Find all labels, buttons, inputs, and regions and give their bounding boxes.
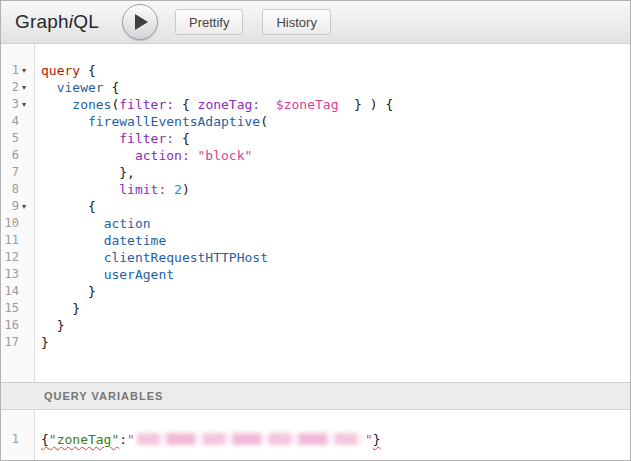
code-token: } [41, 335, 49, 350]
line-number: 1 [12, 431, 19, 448]
code-line[interactable]: datetime [35, 232, 630, 249]
code-token [41, 97, 72, 112]
code-token: { [104, 80, 120, 95]
gutter-row: 5 [1, 130, 34, 147]
code-line[interactable]: firewallEventsAdaptive( [35, 113, 630, 130]
query-code-area[interactable]: query { viewer { zones(filter: { zoneTag… [35, 44, 630, 382]
line-number: 1 [12, 62, 19, 79]
line-number: 2 [12, 79, 19, 96]
line-number: 3 [12, 96, 19, 113]
code-line[interactable]: } [35, 334, 630, 351]
graphiql-window: GraphiQL Prettify History 1▾2▾3▾456789▾1… [0, 0, 631, 461]
code-token [41, 267, 104, 282]
code-token: } [41, 301, 80, 316]
execute-button[interactable] [122, 4, 158, 40]
code-token: { [174, 97, 197, 112]
code-line[interactable]: query { [35, 62, 630, 79]
code-token [41, 148, 135, 163]
fold-arrow-icon[interactable]: ▾ [22, 80, 26, 96]
code-token: filter: [119, 97, 174, 112]
code-token: " [365, 432, 373, 447]
line-number: 17 [5, 334, 19, 351]
title-part: Graph [15, 11, 69, 32]
gutter-row: 4 [1, 113, 34, 130]
code-token: filter: [119, 131, 174, 146]
play-icon [135, 14, 148, 30]
code-token: query [41, 63, 80, 78]
history-button[interactable]: History [262, 9, 330, 35]
code-token: ) [182, 182, 190, 197]
code-line[interactable]: viewer { [35, 79, 630, 96]
code-line[interactable]: {"zoneTag":""} [35, 431, 630, 448]
code-token: firewallEventsAdaptive [88, 114, 260, 129]
code-line[interactable]: action [35, 215, 630, 232]
code-token: "block" [198, 148, 253, 163]
code-line[interactable]: clientRequestHTTPHost [35, 249, 630, 266]
code-token: clientRequestHTTPHost [104, 250, 268, 265]
fold-arrow-icon[interactable]: ▾ [22, 63, 26, 79]
code-token [41, 114, 88, 129]
code-line[interactable]: userAgent [35, 266, 630, 283]
gutter-row: 13 [1, 266, 34, 283]
code-line[interactable]: } [35, 283, 630, 300]
gutter-row: 6 [1, 147, 34, 164]
code-token: } [41, 318, 64, 333]
code-token: datetime [104, 233, 167, 248]
query-editor[interactable]: 1▾2▾3▾456789▾1011121314151617 query { vi… [1, 44, 630, 382]
code-line[interactable]: filter: { [35, 130, 630, 147]
gutter-row: 3▾ [1, 96, 34, 113]
code-line[interactable]: limit: 2) [35, 181, 630, 198]
line-number: 5 [12, 130, 19, 147]
code-token: action: [135, 148, 190, 163]
fold-arrow-icon[interactable]: ▾ [22, 97, 26, 113]
code-token [41, 182, 119, 197]
code-token: ( [260, 114, 268, 129]
code-line[interactable]: { [35, 198, 630, 215]
code-token-error: { [41, 432, 49, 447]
gutter-row: 15 [1, 300, 34, 317]
code-line[interactable]: action: "block" [35, 147, 630, 164]
gutter-row: 12 [1, 249, 34, 266]
line-number: 8 [12, 181, 19, 198]
line-number: 7 [12, 164, 19, 181]
code-token: $zoneTag [276, 97, 339, 112]
query-variables-title: QUERY VARIABLES [44, 390, 163, 402]
query-variables-header[interactable]: QUERY VARIABLES [1, 382, 630, 410]
code-line[interactable]: } [35, 317, 630, 334]
code-token: { [80, 63, 96, 78]
line-number: 9 [12, 198, 19, 215]
gutter-row: 11 [1, 232, 34, 249]
app-title: GraphiQL [15, 11, 99, 33]
prettify-button[interactable]: Prettify [175, 9, 243, 35]
line-number: 15 [5, 300, 19, 317]
variables-code-area[interactable]: {"zoneTag":""} [35, 410, 630, 460]
code-token: { [174, 131, 190, 146]
code-token: action [104, 216, 151, 231]
code-token-error: } [373, 432, 381, 447]
code-token [41, 216, 104, 231]
code-token: } [41, 284, 96, 299]
code-token [41, 233, 104, 248]
variables-editor[interactable]: 1 {"zoneTag":""} [1, 410, 630, 460]
top-bar: GraphiQL Prettify History [1, 1, 630, 44]
code-token: " [127, 432, 135, 447]
code-line[interactable]: } [35, 300, 630, 317]
gutter-row: 9▾ [1, 198, 34, 215]
gutter-row: 7 [1, 164, 34, 181]
code-token: : [119, 432, 127, 447]
code-token [260, 97, 276, 112]
code-token [190, 148, 198, 163]
gutter-row: 10 [1, 215, 34, 232]
code-token: } ) { [338, 97, 393, 112]
line-number: 4 [12, 113, 19, 130]
line-number: 6 [12, 147, 19, 164]
code-token: viewer [57, 80, 104, 95]
gutter-row: 2▾ [1, 79, 34, 96]
gutter-row: 17 [1, 334, 34, 351]
code-token: userAgent [104, 267, 174, 282]
line-number: 10 [5, 215, 19, 232]
code-line[interactable]: zones(filter: { zoneTag: $zoneTag } ) { [35, 96, 630, 113]
code-line[interactable]: }, [35, 164, 630, 181]
fold-arrow-icon[interactable]: ▾ [22, 199, 26, 215]
line-number: 13 [5, 266, 19, 283]
